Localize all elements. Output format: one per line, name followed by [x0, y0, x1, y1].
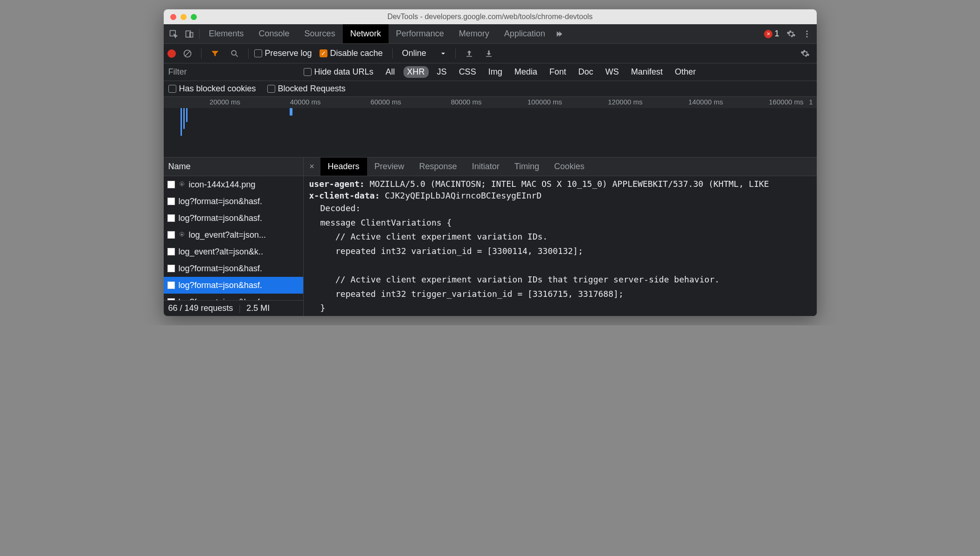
divider	[201, 48, 202, 59]
detail-tab-preview[interactable]: Preview	[367, 158, 412, 176]
filter-type-manifest[interactable]: Manifest	[627, 66, 667, 78]
download-har-icon[interactable]	[481, 46, 497, 62]
throttling-value: Online	[402, 48, 426, 58]
maximize-window-button[interactable]	[191, 14, 197, 20]
kebab-menu-icon[interactable]	[799, 26, 815, 42]
file-icon	[167, 248, 175, 255]
file-icon	[167, 231, 175, 239]
filter-type-css[interactable]: CSS	[455, 66, 480, 78]
error-count[interactable]: 1	[774, 29, 779, 39]
detail-tabs: × Headers Preview Response Initiator Tim…	[304, 158, 817, 176]
request-list: Name icon-144x144.pnglog?format=json&has…	[164, 158, 304, 316]
tab-console[interactable]: Console	[251, 24, 297, 43]
request-items: icon-144x144.pnglog?format=json&hasf.log…	[164, 176, 303, 300]
disable-cache-checkbox[interactable]: Disable cache	[320, 48, 383, 58]
tab-network[interactable]: Network	[343, 24, 389, 43]
filter-type-doc[interactable]: Doc	[575, 66, 597, 78]
tab-elements[interactable]: Elements	[202, 24, 251, 43]
request-row[interactable]: log?format=json&hasf.	[164, 193, 303, 210]
file-icon	[167, 198, 175, 205]
filter-type-media[interactable]: Media	[511, 66, 541, 78]
svg-rect-8	[466, 56, 472, 57]
filter-type-js[interactable]: JS	[433, 66, 451, 78]
timeline-tick: 120000 ms	[566, 98, 646, 106]
request-name: log?format=json&hasf.	[179, 264, 263, 274]
device-toolbar-icon[interactable]	[181, 26, 197, 42]
error-badge-icon[interactable]: ×	[764, 30, 772, 38]
headers-panel[interactable]: user-agent: MOZILLA/5.0 (MACINTOSN; INTE…	[304, 176, 817, 316]
tab-sources[interactable]: Sources	[297, 24, 343, 43]
timeline-tick: 40000 ms	[244, 98, 325, 106]
timeline-overview[interactable]: 20000 ms 40000 ms 60000 ms 80000 ms 1000…	[164, 97, 817, 158]
network-toolbar: Preserve log Disable cache Online	[164, 44, 817, 63]
blocked-requests-checkbox[interactable]: Blocked Requests	[267, 84, 346, 94]
minimize-window-button[interactable]	[181, 14, 187, 20]
preserve-log-label: Preserve log	[265, 48, 312, 58]
svg-point-3	[806, 30, 807, 32]
filter-type-other[interactable]: Other	[671, 66, 700, 78]
panel-tabs: Elements Console Sources Network Perform…	[164, 24, 817, 44]
throttling-select[interactable]: Online	[398, 48, 450, 58]
filter-bar-2: Has blocked cookies Blocked Requests	[164, 81, 817, 97]
file-icon	[167, 265, 175, 272]
close-detail-icon[interactable]: ×	[304, 162, 320, 172]
request-name: log_event?alt=json...	[189, 230, 266, 240]
request-row[interactable]: log?format=json&hasf.	[164, 294, 303, 300]
detail-tab-response[interactable]: Response	[412, 158, 465, 176]
filter-type-xhr[interactable]: XHR	[403, 66, 429, 78]
timeline-tick: 140000 ms	[646, 98, 727, 106]
filter-type-img[interactable]: Img	[485, 66, 506, 78]
tab-performance[interactable]: Performance	[389, 24, 452, 43]
hide-data-urls-checkbox[interactable]: Hide data URLs	[304, 67, 374, 77]
request-row[interactable]: log?format=json&hasf.	[164, 277, 303, 294]
status-requests: 66 / 149 requests	[168, 303, 233, 313]
search-icon[interactable]	[227, 46, 243, 62]
filter-type-all[interactable]: All	[382, 66, 399, 78]
tab-application[interactable]: Application	[497, 24, 553, 43]
timeline-tick: 80000 ms	[405, 98, 486, 106]
detail-tab-headers[interactable]: Headers	[320, 158, 367, 176]
devtools-window: DevTools - developers.google.com/web/too…	[164, 9, 817, 316]
gear-icon	[179, 230, 185, 240]
svg-point-15	[181, 233, 183, 235]
svg-rect-13	[290, 108, 292, 116]
request-row[interactable]: log?format=json&hasf.	[164, 260, 303, 277]
timeline-tick: 160000 ms	[727, 98, 807, 106]
detail-tab-timing[interactable]: Timing	[507, 158, 547, 176]
close-window-button[interactable]	[170, 14, 176, 20]
filter-type-font[interactable]: Font	[546, 66, 570, 78]
more-tabs-icon[interactable]	[553, 26, 569, 42]
clear-icon[interactable]	[180, 46, 195, 62]
network-settings-icon[interactable]	[797, 46, 813, 62]
request-list-header[interactable]: Name	[164, 158, 303, 176]
header-x-client-data-value: CJK2yQEIpLbJAQirncoBCIesygEInrD	[385, 191, 542, 200]
filter-icon[interactable]	[207, 46, 223, 62]
request-row[interactable]: log?format=json&hasf.	[164, 210, 303, 227]
file-icon	[167, 281, 175, 289]
timeline-tick: 60000 ms	[325, 98, 405, 106]
has-blocked-cookies-checkbox[interactable]: Has blocked cookies	[168, 84, 256, 94]
header-user-agent-value: MOZILLA/5.0 (MACINTOSN; INTEL MAC OS X 1…	[370, 179, 769, 189]
upload-har-icon[interactable]	[461, 46, 477, 62]
request-row[interactable]: icon-144x144.png	[164, 176, 303, 193]
divider	[392, 48, 393, 59]
record-button[interactable]	[167, 49, 176, 58]
request-row[interactable]: log_event?alt=json...	[164, 227, 303, 243]
hide-data-urls-label: Hide data URLs	[314, 67, 374, 77]
detail-tab-cookies[interactable]: Cookies	[547, 158, 592, 176]
settings-icon[interactable]	[783, 26, 799, 42]
detail-tab-initiator[interactable]: Initiator	[465, 158, 507, 176]
timeline-tick: 100000 ms	[486, 98, 566, 106]
request-status-bar: 66 / 149 requests | 2.5 MI	[164, 300, 303, 316]
inspect-element-icon[interactable]	[166, 26, 181, 42]
preserve-log-checkbox[interactable]: Preserve log	[254, 48, 312, 58]
titlebar: DevTools - developers.google.com/web/too…	[164, 9, 817, 24]
filter-type-ws[interactable]: WS	[602, 66, 623, 78]
timeline-tick: 20000 ms	[164, 98, 244, 106]
filter-input[interactable]: Filter	[168, 67, 299, 77]
tab-memory[interactable]: Memory	[452, 24, 497, 43]
svg-rect-9	[486, 56, 492, 57]
divider	[248, 48, 249, 59]
timeline-body	[164, 108, 817, 157]
request-row[interactable]: log_event?alt=json&k..	[164, 243, 303, 260]
